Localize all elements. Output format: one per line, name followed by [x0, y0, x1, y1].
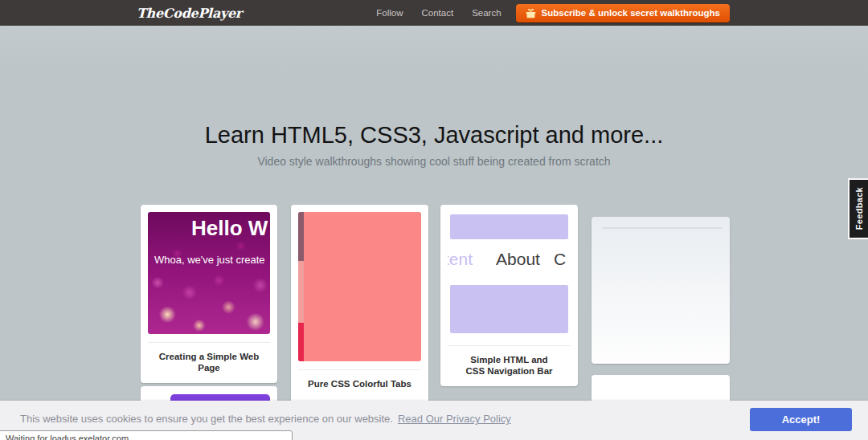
nav-demo-item-faded: tent	[448, 250, 473, 268]
subscribe-button[interactable]: Subscribe & unlock secret walkthroughs	[516, 4, 730, 22]
card-title: Simple HTML and CSS Navigation Bar	[448, 345, 571, 386]
nav-link-contact[interactable]: Contact	[422, 8, 454, 18]
top-navbar: TheCodePlayer Follow Contact Search Subs…	[0, 0, 868, 26]
thumbnail-heading: Hello W	[191, 216, 268, 241]
nav-link-search[interactable]: Search	[472, 8, 501, 18]
cookie-message: This website uses cookies to ensure you …	[20, 413, 511, 425]
site-logo[interactable]: TheCodePlayer	[137, 6, 242, 21]
walkthrough-card-navigation-bar[interactable]: tentAboutC Simple HTML and CSS Navigatio…	[440, 205, 578, 386]
privacy-policy-link[interactable]: Read Our Privacy Policy	[398, 413, 511, 425]
lavender-bar-bottom	[450, 285, 568, 333]
nav-demo-item-cut: C	[554, 250, 566, 268]
lavender-bar-top	[450, 214, 568, 239]
cookie-message-text: This website uses cookies to ensure you …	[20, 413, 393, 425]
card-thumbnail-tabs	[298, 212, 421, 361]
thumbnail-subtext: Whoa, we've just create	[154, 254, 265, 266]
page: TheCodePlayer Follow Contact Search Subs…	[0, 0, 868, 440]
card-thumbnail-bokeh: Hello W Whoa, we've just create	[148, 212, 270, 334]
tabs-color-strip	[298, 212, 304, 361]
feedback-tab-label: Feedback	[854, 187, 864, 230]
nav-link-follow[interactable]: Follow	[376, 8, 403, 18]
page-title: Learn HTML5, CSS3, Javascript and more..…	[0, 122, 868, 149]
card-thumbnail-navbar: tentAboutC	[448, 212, 571, 340]
walkthrough-card-simple-web-page[interactable]: Hello W Whoa, we've just create Creating…	[141, 205, 277, 383]
accept-cookies-button[interactable]: Accept!	[750, 408, 852, 431]
walkthrough-card-colorful-tabs[interactable]: Pure CSS Colorful Tabs	[291, 205, 428, 405]
gift-icon	[526, 8, 536, 18]
thumbnail-line	[602, 227, 722, 229]
feedback-tab[interactable]: Feedback	[848, 178, 868, 239]
nav-links: Follow Contact Search	[376, 8, 501, 18]
card-title: Pure CSS Colorful Tabs	[298, 369, 421, 399]
page-subtitle: Video style walkthroughs showing cool st…	[0, 155, 868, 168]
navbar-demo-text: tentAboutC	[448, 250, 566, 269]
walkthrough-card-blank[interactable]	[592, 217, 730, 364]
browser-status-bar: Waiting for loadus.exelator.com...	[0, 430, 293, 440]
subscribe-button-label: Subscribe & unlock secret walkthroughs	[542, 8, 720, 18]
card-title: Creating a Simple Web Page	[148, 342, 270, 383]
nav-demo-item-about: About	[496, 250, 540, 268]
